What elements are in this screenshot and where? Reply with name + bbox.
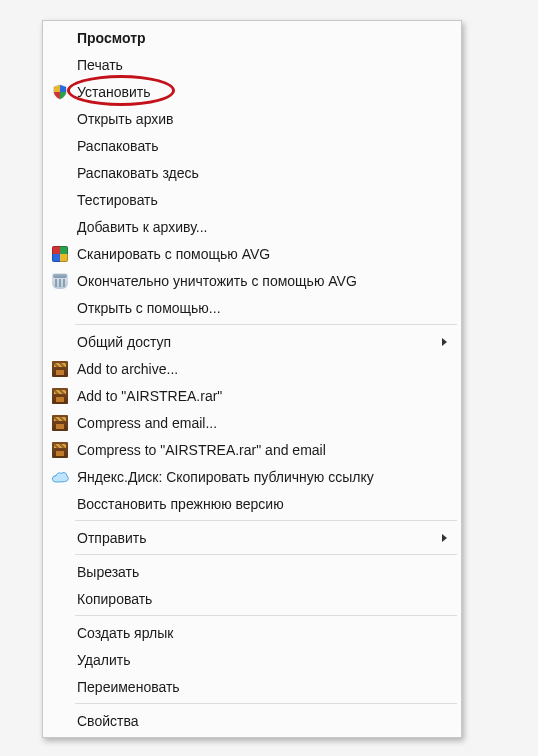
menu-item-label: Свойства	[77, 713, 453, 729]
winrar-icon	[49, 385, 71, 407]
menu-item-label: Compress and email...	[77, 415, 453, 431]
menu-item-label: Окончательно уничтожить с помощью AVG	[77, 273, 453, 289]
menu-item-label: Добавить к архиву...	[77, 219, 453, 235]
icon-empty	[49, 54, 71, 76]
icon-empty	[49, 297, 71, 319]
menu-item-label: Распаковать	[77, 138, 453, 154]
menu-item-label: Add to "AIRSTREA.rar"	[77, 388, 453, 404]
menu-item-label: Сканировать с помощью AVG	[77, 246, 453, 262]
menu-item-label: Яндекс.Диск: Скопировать публичную ссылк…	[77, 469, 453, 485]
icon-empty	[49, 135, 71, 157]
menu-item-label: Общий доступ	[77, 334, 442, 350]
menu-item-send-to[interactable]: Отправить	[45, 524, 459, 551]
cloud-icon	[49, 466, 71, 488]
menu-item-label: Compress to "AIRSTREA.rar" and email	[77, 442, 453, 458]
icon-empty	[49, 710, 71, 732]
menu-item-create-shortcut[interactable]: Создать ярлык	[45, 619, 459, 646]
menu-item-label: Открыть архив	[77, 111, 453, 127]
submenu-arrow-icon	[442, 338, 447, 346]
menu-item-open-archive[interactable]: Открыть архив	[45, 105, 459, 132]
menu-item-label: Отправить	[77, 530, 442, 546]
icon-empty	[49, 676, 71, 698]
menu-item-label: Удалить	[77, 652, 453, 668]
menu-item-yadisk-copy-link[interactable]: Яндекс.Диск: Скопировать публичную ссылк…	[45, 463, 459, 490]
menu-item-sharing[interactable]: Общий доступ	[45, 328, 459, 355]
menu-item-extract-here[interactable]: Распаковать здесь	[45, 159, 459, 186]
menu-item-delete[interactable]: Удалить	[45, 646, 459, 673]
menu-item-label: Вырезать	[77, 564, 453, 580]
menu-item-view[interactable]: Просмотр	[45, 24, 459, 51]
icon-empty	[49, 216, 71, 238]
menu-item-properties[interactable]: Свойства	[45, 707, 459, 734]
winrar-icon	[49, 439, 71, 461]
icon-empty	[49, 649, 71, 671]
menu-separator	[75, 615, 457, 616]
icon-empty	[49, 588, 71, 610]
icon-empty	[49, 189, 71, 211]
menu-item-label: Тестировать	[77, 192, 453, 208]
menu-item-label: Просмотр	[77, 30, 453, 46]
menu-item-install[interactable]: Установить	[45, 78, 459, 105]
menu-item-compress-email[interactable]: Compress and email...	[45, 409, 459, 436]
menu-item-label: Копировать	[77, 591, 453, 607]
menu-item-label: Переименовать	[77, 679, 453, 695]
icon-empty	[49, 162, 71, 184]
menu-separator	[75, 703, 457, 704]
avg-icon	[49, 243, 71, 265]
menu-item-label: Распаковать здесь	[77, 165, 453, 181]
menu-separator	[75, 554, 457, 555]
menu-item-avg-scan[interactable]: Сканировать с помощью AVG	[45, 240, 459, 267]
menu-item-test[interactable]: Тестировать	[45, 186, 459, 213]
shred-icon	[49, 270, 71, 292]
submenu-arrow-icon	[442, 534, 447, 542]
winrar-icon	[49, 412, 71, 434]
menu-item-label: Установить	[77, 84, 453, 100]
icon-empty	[49, 108, 71, 130]
menu-item-extract[interactable]: Распаковать	[45, 132, 459, 159]
menu-item-compress-named-email[interactable]: Compress to "AIRSTREA.rar" and email	[45, 436, 459, 463]
menu-item-restore-previous[interactable]: Восстановить прежнюю версию	[45, 490, 459, 517]
icon-empty	[49, 527, 71, 549]
icon-empty	[49, 561, 71, 583]
context-menu: ПросмотрПечатьУстановитьОткрыть архивРас…	[42, 20, 462, 738]
icon-empty	[49, 27, 71, 49]
menu-separator	[75, 324, 457, 325]
icon-empty	[49, 493, 71, 515]
menu-item-rename[interactable]: Переименовать	[45, 673, 459, 700]
menu-item-open-with[interactable]: Открыть с помощью...	[45, 294, 459, 321]
menu-item-avg-shred[interactable]: Окончательно уничтожить с помощью AVG	[45, 267, 459, 294]
menu-item-print[interactable]: Печать	[45, 51, 459, 78]
menu-item-cut[interactable]: Вырезать	[45, 558, 459, 585]
menu-item-label: Восстановить прежнюю версию	[77, 496, 453, 512]
menu-separator	[75, 520, 457, 521]
menu-item-add-to-archive[interactable]: Add to archive...	[45, 355, 459, 382]
menu-item-label: Add to archive...	[77, 361, 453, 377]
menu-item-label: Открыть с помощью...	[77, 300, 453, 316]
menu-item-add-to-named-rar[interactable]: Add to "AIRSTREA.rar"	[45, 382, 459, 409]
menu-item-label: Создать ярлык	[77, 625, 453, 641]
winrar-icon	[49, 358, 71, 380]
icon-empty	[49, 622, 71, 644]
menu-item-label: Печать	[77, 57, 453, 73]
icon-empty	[49, 331, 71, 353]
menu-item-add-to-archive-ru[interactable]: Добавить к архиву...	[45, 213, 459, 240]
shield-icon	[49, 81, 71, 103]
menu-item-copy[interactable]: Копировать	[45, 585, 459, 612]
